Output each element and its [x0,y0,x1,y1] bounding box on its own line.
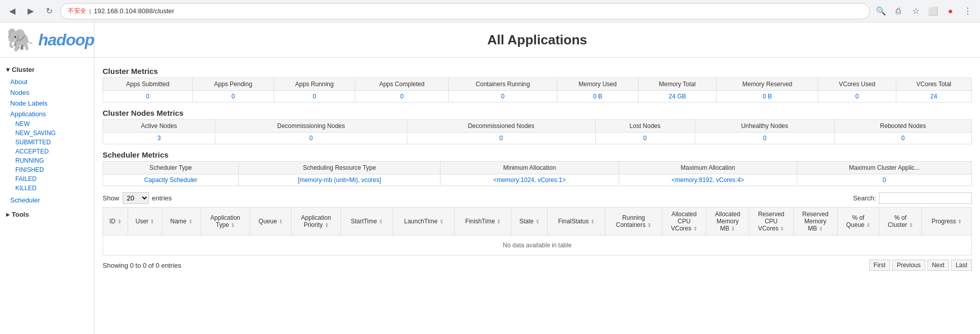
col-scheduler-type: Scheduler Type [103,162,239,174]
logo-area: 🐘 hadoop [0,22,94,57]
val-decommissioned-nodes[interactable]: 0 [407,133,595,144]
menu-button[interactable]: ⋮ [961,4,975,18]
val-containers-running[interactable]: 0 [449,91,557,102]
th-application-type[interactable]: ApplicationType ⇕ [201,208,250,236]
sidebar-item-new-saving[interactable]: NEW_SAVING [0,129,94,138]
table-footer: Showing 0 to 0 of 0 entries First Previo… [103,260,972,271]
col-max-cluster-applic: Maximum Cluster Applic... [797,162,972,174]
col-memory-reserved: Memory Reserved [717,78,818,91]
cluster-nodes-metrics-title: Cluster Nodes Metrics [103,109,972,117]
th-reserved-cpu-vcores[interactable]: ReservedCPUVCores ⇕ [749,208,793,236]
url-bar[interactable]: 不安全 | 192.168.0.104:8088/cluster [60,3,870,19]
cluster-nodes-metrics-table: Active Nodes Decommissioning Nodes Decom… [103,119,972,144]
browser-search-button[interactable]: 🔍 [874,4,888,18]
val-apps-pending[interactable]: 0 [192,91,274,102]
col-containers-running: Containers Running [449,78,557,91]
th-allocated-memory-mb[interactable]: AllocatedMemoryMB ⇕ [706,208,749,236]
sidebar-item-running[interactable]: RUNNING [0,156,94,165]
val-lost-nodes[interactable]: 0 [595,133,695,144]
th-queue[interactable]: Queue ⇕ [250,208,291,236]
th-allocated-cpu-vcores[interactable]: AllocatedCPUVCores ⇕ [662,208,706,236]
th-user[interactable]: User ⇕ [128,208,162,236]
val-max-cluster-applic: 0 [797,174,972,186]
browser-action-buttons: 🔍 ⎙ ☆ ⬜ ● ⋮ [874,4,975,18]
security-warning: 不安全 [68,7,86,15]
col-vcores-used: VCores Used [818,78,896,91]
sidebar-item-applications[interactable]: Applications [0,109,94,119]
sidebar-item-new[interactable]: NEW [0,119,94,129]
share-button[interactable]: ⎙ [891,4,905,18]
val-memory-total: 24 GB [638,91,717,102]
val-rebooted-nodes[interactable]: 0 [835,133,972,144]
th-id[interactable]: ID ⇕ [103,208,128,236]
data-table-wrapper: ID ⇕ User ⇕ Name ⇕ ApplicationType ⇕ Que… [103,207,972,255]
pagination-last-button[interactable]: Last [951,260,972,271]
val-apps-completed[interactable]: 0 [355,91,449,102]
bookmark-button[interactable]: ☆ [909,4,923,18]
forward-button[interactable]: ▶ [23,4,38,18]
tools-arrow-icon: ▸ [6,211,10,218]
pagination-next-button[interactable]: Next [927,260,949,271]
hadoop-logo: 🐘 hadoop [0,22,94,57]
tools-section-title[interactable]: ▸ Tools [0,208,94,221]
window-button[interactable]: ⬜ [926,4,940,18]
entries-label: entries [152,194,172,202]
page-header: 🐘 hadoop All Applications [0,22,980,58]
val-unhealthy-nodes[interactable]: 0 [695,133,835,144]
sidebar-item-finished[interactable]: FINISHED [0,165,94,174]
col-decommissioning-nodes: Decommissioning Nodes [215,120,407,133]
th-start-time[interactable]: StartTime ⇕ [340,208,393,236]
th-pct-cluster[interactable]: % ofCluster ⇕ [879,208,922,236]
back-button[interactable]: ◀ [5,4,19,18]
col-memory-total: Memory Total [638,78,717,91]
sidebar-item-node-labels[interactable]: Node Labels [0,98,94,109]
val-vcores-used: 0 [818,91,896,102]
show-entries-select[interactable]: 20 50 100 [122,192,149,204]
col-active-nodes: Active Nodes [103,120,215,133]
cluster-section-title[interactable]: ▾ Cluster [0,63,94,76]
sidebar-item-failed[interactable]: FAILED [0,174,94,184]
search-box: Search: [853,192,972,204]
col-memory-used: Memory Used [557,78,639,91]
content-area: Cluster Metrics Apps Submitted Apps Pend… [94,58,980,334]
pagination-buttons: First Previous Next Last [869,260,972,271]
hadoop-brand-text: hadoop [38,31,94,49]
val-apps-submitted[interactable]: 0 [103,91,193,102]
val-active-nodes[interactable]: 3 [103,133,215,144]
pagination-previous-button[interactable]: Previous [892,260,925,271]
showing-text: Showing 0 to 0 of 0 entries [103,262,181,269]
sidebar-item-nodes[interactable]: Nodes [0,87,94,98]
sidebar-item-scheduler[interactable]: Scheduler [0,195,94,205]
sidebar-item-about[interactable]: About [0,76,94,87]
browser-chrome: ◀ ▶ ↻ 不安全 | 192.168.0.104:8088/cluster 🔍… [0,0,980,22]
val-decommissioning-nodes[interactable]: 0 [215,133,407,144]
pagination-first-button[interactable]: First [869,260,890,271]
col-scheduling-resource-type: Scheduling Resource Type [238,162,440,174]
reload-button[interactable]: ↻ [42,4,56,18]
applications-table: ID ⇕ User ⇕ Name ⇕ ApplicationType ⇕ Que… [103,207,972,255]
th-progress[interactable]: Progress ⇕ [922,208,972,236]
tools-section: ▸ Tools [0,208,94,221]
cluster-metrics-table: Apps Submitted Apps Pending Apps Running… [103,78,972,102]
table-controls: Show 20 50 100 entries Search: [103,192,972,204]
th-state[interactable]: State ⇕ [511,208,547,236]
col-apps-submitted: Apps Submitted [103,78,193,91]
sidebar-item-accepted[interactable]: ACCEPTED [0,147,94,156]
scheduler-metrics-title: Scheduler Metrics [103,150,972,159]
th-pct-queue[interactable]: % ofQueue ⇕ [838,208,879,236]
th-finish-time[interactable]: FinishTime ⇕ [455,208,511,236]
th-application-priority[interactable]: ApplicationPriority ⇕ [291,208,341,236]
tools-label: Tools [12,211,29,218]
th-name[interactable]: Name ⇕ [162,208,201,236]
sidebar-item-submitted[interactable]: SUBMITTED [0,138,94,147]
th-launch-time[interactable]: LaunchTime ⇕ [393,208,455,236]
th-final-status[interactable]: FinalStatus ⇕ [547,208,605,236]
val-apps-running[interactable]: 0 [274,91,355,102]
col-decommissioned-nodes: Decommissioned Nodes [407,120,595,133]
th-running-containers[interactable]: RunningContainers ⇕ [605,208,662,236]
elephant-icon: 🐘 [6,27,34,53]
search-input[interactable] [879,192,972,204]
profile-button[interactable]: ● [943,4,958,18]
sidebar-item-killed[interactable]: KILLED [0,184,94,193]
th-reserved-memory-mb[interactable]: ReservedMemoryMB ⇕ [793,208,838,236]
